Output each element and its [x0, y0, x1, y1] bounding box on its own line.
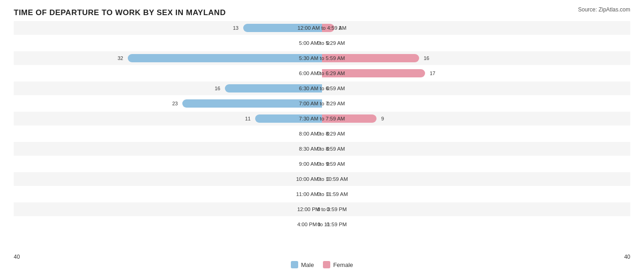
table-row: 32 5:30 AM to 5:59 AM 16 — [14, 51, 630, 65]
table-row: 16 6:30 AM to 6:59 AM 0 — [14, 82, 630, 95]
chart-area: 13 12:00 AM to 4:59 AM 2 0 5:00 AM to 5:… — [14, 21, 630, 237]
legend-male-label: Male — [301, 261, 314, 268]
bar-female — [322, 24, 334, 32]
right-section: 0 — [322, 218, 630, 231]
left-section: 0 — [14, 157, 322, 171]
left-section: 11 — [14, 112, 322, 125]
left-section: 0 — [14, 187, 322, 201]
val-male-zero: 0 — [317, 191, 320, 197]
bar-male — [128, 54, 322, 62]
left-section: 0 — [14, 36, 322, 50]
val-female: 2 — [339, 25, 342, 31]
right-section: 2 — [322, 21, 630, 35]
val-female: 17 — [430, 71, 435, 76]
val-male: 16 — [215, 86, 220, 91]
val-female: 0 — [327, 207, 329, 212]
bar-female — [322, 69, 425, 77]
val-male: 23 — [172, 101, 178, 106]
table-row: 0 9:00 AM to 9:59 AM 0 — [14, 157, 630, 171]
axis-bottom: 40 40 — [14, 254, 630, 260]
right-section: 17 — [322, 66, 630, 80]
table-row: 0 4:00 PM to 11:59 PM 0 — [14, 218, 630, 231]
val-male-zero: 0 — [317, 176, 320, 182]
val-female: 0 — [327, 191, 329, 197]
right-section: 0 — [322, 142, 630, 156]
bar-male — [225, 84, 322, 92]
legend-female-box — [323, 261, 330, 268]
right-section: 0 — [322, 157, 630, 171]
right-section: 0 — [322, 97, 630, 110]
val-male-zero: 0 — [317, 146, 320, 152]
table-row: 0 10:00 AM to 10:59 AM 0 — [14, 172, 630, 186]
val-male-zero: 0 — [317, 40, 320, 46]
left-section: 32 — [14, 51, 322, 65]
right-section: 0 — [322, 127, 630, 141]
val-male: 11 — [245, 116, 251, 121]
table-row: 13 12:00 AM to 4:59 AM 2 — [14, 21, 630, 35]
chart-title: TIME OF DEPARTURE TO WORK BY SEX IN MAYL… — [14, 8, 630, 17]
table-row: 0 6:00 AM to 6:29 AM 17 — [14, 66, 630, 80]
val-female: 0 — [327, 161, 329, 167]
legend-male-box — [291, 261, 298, 268]
val-female: 0 — [327, 86, 329, 91]
val-male-zero: 0 — [317, 131, 320, 136]
left-section: 16 — [14, 82, 322, 95]
val-male-zero: 0 — [317, 207, 320, 212]
val-female: 0 — [327, 131, 329, 136]
bar-male — [255, 114, 322, 123]
legend-male: Male — [291, 261, 314, 268]
val-male: 32 — [118, 55, 123, 61]
left-section: 13 — [14, 21, 322, 35]
val-male-zero: 0 — [317, 161, 320, 167]
right-section: 0 — [322, 82, 630, 95]
val-female: 16 — [424, 55, 429, 61]
val-female: 0 — [327, 176, 329, 182]
val-male-zero: 0 — [317, 71, 320, 76]
bar-female — [322, 114, 377, 123]
axis-left-label: 40 — [14, 254, 20, 260]
right-section: 0 — [322, 202, 630, 216]
legend-female: Female — [323, 261, 353, 268]
bar-male — [243, 24, 322, 32]
left-section: 0 — [14, 127, 322, 141]
table-row: 0 11:00 AM to 11:59 AM 0 — [14, 187, 630, 201]
table-row: 0 8:30 AM to 8:59 AM 0 — [14, 142, 630, 156]
legend-female-label: Female — [333, 261, 353, 268]
left-section: 0 — [14, 142, 322, 156]
table-row: 0 5:00 AM to 5:29 AM 0 — [14, 36, 630, 50]
axis-right-label: 40 — [624, 254, 630, 260]
right-section: 0 — [322, 187, 630, 201]
right-section: 0 — [322, 36, 630, 50]
table-row: 11 7:30 AM to 7:59 AM 9 — [14, 112, 630, 125]
val-female: 0 — [327, 101, 329, 106]
right-section: 16 — [322, 51, 630, 65]
right-section: 9 — [322, 112, 630, 125]
val-male: 13 — [233, 25, 239, 31]
table-row: 23 7:00 AM to 7:29 AM 0 — [14, 97, 630, 110]
table-row: 0 8:00 AM to 8:29 AM 0 — [14, 127, 630, 141]
right-section: 0 — [322, 172, 630, 186]
val-female: 0 — [327, 40, 329, 46]
table-row: 0 12:00 PM to 3:59 PM 0 — [14, 202, 630, 216]
bottom-area: 40 40 Male Female — [14, 252, 630, 268]
bar-female — [322, 54, 419, 62]
legend: Male Female — [14, 261, 630, 268]
val-female: 0 — [327, 146, 329, 152]
val-female: 9 — [381, 116, 384, 121]
val-male-zero: 0 — [317, 222, 320, 227]
bar-male — [182, 99, 322, 108]
left-section: 0 — [14, 66, 322, 80]
chart-container: TIME OF DEPARTURE TO WORK BY SEX IN MAYL… — [0, 0, 644, 272]
left-section: 0 — [14, 202, 322, 216]
left-section: 0 — [14, 218, 322, 231]
val-female: 0 — [327, 222, 329, 227]
left-section: 23 — [14, 97, 322, 110]
source-label: Source: ZipAtlas.com — [578, 6, 630, 13]
left-section: 0 — [14, 172, 322, 186]
